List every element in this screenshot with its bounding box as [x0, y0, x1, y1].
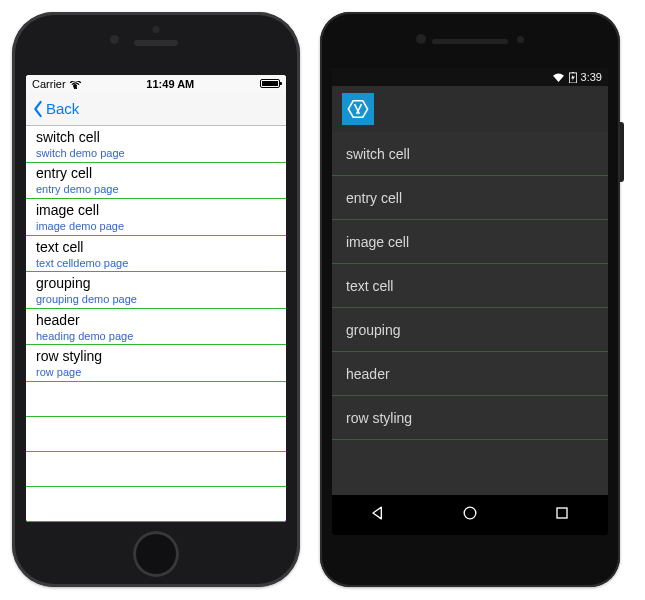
svg-point-2 [464, 507, 476, 519]
android-app-bar [332, 86, 608, 132]
row-title: text cell [36, 239, 276, 256]
nexus-camera [416, 34, 426, 44]
row-title: header [346, 366, 390, 382]
row-title: image cell [346, 234, 409, 250]
iphone-sensor [153, 26, 160, 33]
ios-list[interactable]: switch cell switch demo page entry cell … [26, 126, 286, 522]
list-item[interactable]: row styling [332, 396, 608, 440]
nav-recents-button[interactable] [552, 503, 572, 527]
wifi-icon [70, 79, 81, 88]
list-item[interactable]: grouping grouping demo page [26, 272, 286, 309]
row-subtitle: row page [36, 365, 276, 379]
row-subtitle: heading demo page [36, 329, 276, 343]
row-title: switch cell [346, 146, 410, 162]
row-title: image cell [36, 202, 276, 219]
back-button[interactable]: Back [32, 100, 79, 118]
list-item[interactable]: header heading demo page [26, 309, 286, 346]
nav-back-button[interactable] [368, 503, 388, 527]
iphone-camera [110, 35, 119, 44]
nexus-sensor [517, 36, 524, 43]
row-subtitle: entry demo page [36, 182, 276, 196]
back-label: Back [46, 100, 79, 117]
list-item[interactable]: row styling row page [26, 345, 286, 382]
list-item[interactable]: image cell image demo page [26, 199, 286, 236]
iphone-device-frame: Carrier 11:49 AM Back switch cell switch… [12, 12, 300, 587]
ios-screen: Carrier 11:49 AM Back switch cell switch… [26, 75, 286, 522]
android-screen: 3:39 switch cell entry cell image cell t… [332, 68, 608, 535]
square-recents-icon [552, 503, 572, 523]
row-title: grouping [346, 322, 401, 338]
clock-label: 11:49 AM [146, 78, 194, 90]
home-button[interactable] [133, 531, 179, 577]
list-item[interactable]: switch cell [332, 132, 608, 176]
row-title: entry cell [36, 165, 276, 182]
row-title: entry cell [346, 190, 402, 206]
row-title: grouping [36, 275, 276, 292]
list-item[interactable]: header [332, 352, 608, 396]
carrier-label: Carrier [32, 78, 66, 90]
nexus-speaker-grill [432, 39, 508, 44]
ios-status-bar: Carrier 11:49 AM [26, 75, 286, 92]
list-item[interactable]: text cell text celldemo page [26, 236, 286, 273]
chevron-left-icon [32, 100, 44, 118]
list-item[interactable]: text cell [332, 264, 608, 308]
nav-home-button[interactable] [460, 503, 480, 527]
list-item[interactable]: entry cell entry demo page [26, 163, 286, 200]
row-title: row styling [346, 410, 412, 426]
iphone-speaker-grill [134, 40, 178, 46]
nexus-side-button[interactable] [620, 122, 624, 182]
nexus-device-frame: 3:39 switch cell entry cell image cell t… [320, 12, 620, 587]
svg-rect-1 [572, 72, 574, 73]
android-nav-bar [332, 495, 608, 535]
circle-home-icon [460, 503, 480, 523]
list-item[interactable]: entry cell [332, 176, 608, 220]
list-item-empty [26, 382, 286, 417]
battery-icon [260, 79, 280, 88]
row-title: row styling [36, 348, 276, 365]
android-list[interactable]: switch cell entry cell image cell text c… [332, 132, 608, 495]
list-item-empty [26, 417, 286, 452]
battery-icon [569, 72, 577, 83]
row-subtitle: switch demo page [36, 146, 276, 160]
list-item[interactable]: switch cell switch demo page [26, 126, 286, 163]
android-status-bar: 3:39 [332, 68, 608, 86]
clock-label: 3:39 [581, 71, 602, 83]
row-title: header [36, 312, 276, 329]
xamarin-logo-icon [342, 93, 374, 125]
row-subtitle: text celldemo page [36, 256, 276, 270]
row-subtitle: image demo page [36, 219, 276, 233]
list-item[interactable]: grouping [332, 308, 608, 352]
triangle-back-icon [368, 503, 388, 523]
row-title: text cell [346, 278, 393, 294]
list-item[interactable]: image cell [332, 220, 608, 264]
list-item-empty [26, 452, 286, 487]
svg-rect-3 [557, 508, 567, 518]
list-item-empty [26, 487, 286, 522]
ios-nav-bar: Back [26, 92, 286, 126]
row-subtitle: grouping demo page [36, 292, 276, 306]
wifi-icon [552, 72, 565, 83]
row-title: switch cell [36, 129, 276, 146]
